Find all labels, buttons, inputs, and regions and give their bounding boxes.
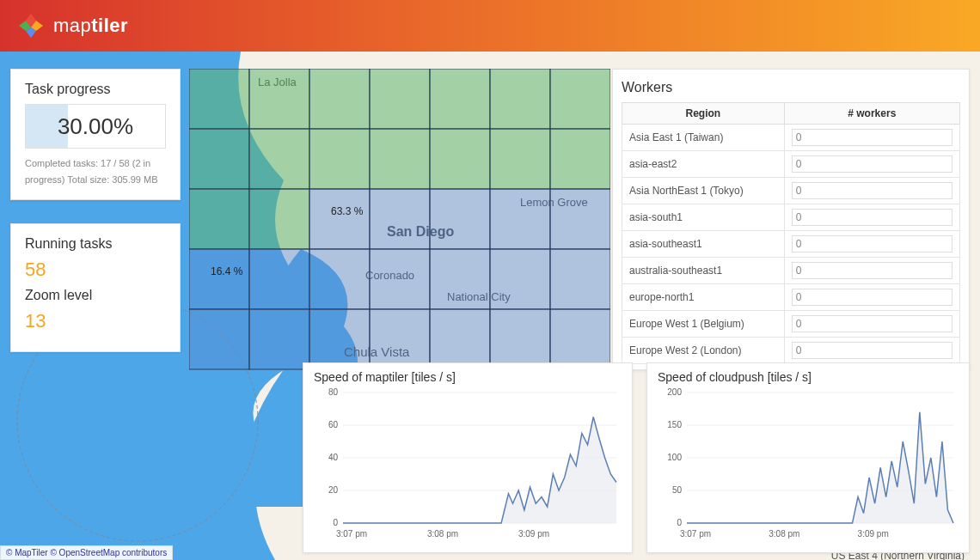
table-row: Asia NorthEast 1 (Tokyo): [622, 178, 960, 204]
region-cell: europe-north1: [622, 284, 785, 311]
svg-text:0: 0: [333, 518, 338, 527]
svg-rect-46: [550, 309, 610, 369]
svg-text:20: 20: [328, 485, 339, 495]
svg-rect-43: [370, 309, 430, 369]
table-row: Europe West 2 (London): [622, 338, 960, 364]
svg-rect-26: [189, 189, 249, 249]
svg-rect-13: [249, 69, 309, 129]
worker-count-input[interactable]: [792, 315, 952, 332]
region-cell: Asia East 1 (Taiwan): [622, 125, 785, 151]
svg-rect-42: [309, 309, 370, 369]
worker-count-input[interactable]: [792, 262, 952, 279]
svg-rect-19: [189, 129, 249, 189]
chart-cloudpush-speed: Speed of cloudpush [tiles / s] 050100150…: [646, 362, 970, 553]
table-row: asia-east2: [622, 151, 960, 178]
svg-rect-17: [490, 69, 550, 129]
svg-rect-21: [309, 129, 370, 189]
worker-count-input[interactable]: [792, 129, 952, 146]
svg-rect-24: [490, 129, 550, 189]
svg-text:3:08 pm: 3:08 pm: [427, 529, 458, 539]
svg-text:200: 200: [667, 387, 682, 397]
count-cell: [784, 151, 959, 178]
count-cell: [784, 204, 959, 231]
svg-rect-37: [430, 249, 490, 309]
map-attribution[interactable]: © MapTiler © OpenStreetMap contributors: [0, 545, 173, 560]
svg-rect-20: [249, 129, 309, 189]
count-cell: [784, 231, 959, 258]
svg-text:3:07 pm: 3:07 pm: [680, 529, 711, 539]
region-cell: asia-southeast1: [622, 231, 785, 258]
table-row: Asia East 1 (Taiwan): [622, 125, 960, 151]
svg-text:40: 40: [328, 453, 339, 462]
svg-rect-31: [490, 189, 550, 249]
svg-text:100: 100: [667, 453, 682, 462]
svg-rect-28: [309, 189, 370, 249]
count-cell: [784, 311, 959, 338]
table-row: Europe West 1 (Belgium): [622, 311, 960, 338]
svg-text:3:08 pm: 3:08 pm: [769, 529, 799, 539]
zoom-level-value: 13: [25, 310, 166, 332]
svg-rect-34: [249, 249, 309, 309]
task-progress-title: Task progress: [25, 82, 166, 97]
svg-rect-16: [430, 69, 490, 129]
worker-count-input[interactable]: [792, 182, 952, 199]
region-cell: Europe West 1 (Belgium): [622, 311, 785, 338]
chart-title: Speed of cloudpush [tiles / s]: [658, 370, 959, 384]
count-cell: [784, 178, 959, 204]
svg-text:3:09 pm: 3:09 pm: [518, 529, 549, 539]
worker-count-input[interactable]: [792, 155, 952, 173]
svg-rect-18: [550, 69, 610, 129]
tile-grid-overlay: 63.3 % 16.4 %: [189, 69, 610, 378]
svg-rect-36: [370, 249, 430, 309]
progress-percent: 30.00%: [26, 105, 165, 148]
header: maptiler: [0, 0, 980, 52]
table-row: asia-south1: [622, 204, 960, 231]
running-tasks-panel: Running tasks 58 Zoom level 13: [10, 223, 181, 352]
svg-rect-35: [309, 249, 370, 309]
svg-rect-15: [370, 69, 430, 129]
svg-rect-14: [309, 69, 370, 129]
svg-rect-30: [430, 189, 490, 249]
running-tasks-value: 58: [25, 259, 166, 281]
chart-maptiler-speed: Speed of maptiler [tiles / s] 0204060803…: [303, 362, 633, 553]
svg-text:3:09 pm: 3:09 pm: [858, 529, 889, 539]
task-progress-panel: Task progress 30.00% Completed tasks: 17…: [10, 69, 181, 200]
svg-rect-29: [370, 189, 430, 249]
worker-count-input[interactable]: [792, 289, 952, 306]
maptiler-logo-icon: [17, 12, 45, 40]
region-cell: asia-east2: [622, 151, 785, 178]
svg-text:63.3 %: 63.3 %: [331, 205, 364, 217]
chart-title: Speed of maptiler [tiles / s]: [314, 370, 622, 384]
col-region: Region: [622, 103, 785, 125]
svg-rect-33: [189, 249, 249, 309]
region-cell: Asia NorthEast 1 (Tokyo): [622, 178, 785, 204]
region-cell: australia-southeast1: [622, 258, 785, 284]
svg-rect-12: [189, 69, 249, 129]
svg-text:16.4 %: 16.4 %: [211, 265, 243, 277]
svg-text:80: 80: [328, 387, 339, 397]
svg-rect-38: [490, 249, 550, 309]
workers-title: Workers: [622, 80, 960, 95]
count-cell: [784, 258, 959, 284]
worker-count-input[interactable]: [792, 209, 952, 226]
count-cell: [784, 125, 959, 151]
svg-text:3:07 pm: 3:07 pm: [336, 529, 367, 539]
worker-count-input[interactable]: [792, 342, 952, 359]
chart-svg: 0204060803:07 pm3:08 pm3:09 pm: [314, 387, 622, 542]
svg-rect-22: [370, 129, 430, 189]
svg-text:0: 0: [677, 518, 682, 527]
region-cell: Europe West 2 (London): [622, 338, 785, 364]
brand-name: maptiler: [53, 15, 128, 37]
running-tasks-title: Running tasks: [25, 236, 166, 252]
table-row: europe-north1: [622, 284, 960, 311]
region-cell: asia-south1: [622, 204, 785, 231]
workers-table: Region # workers Asia East 1 (Taiwan) as…: [622, 102, 960, 364]
task-meta-text: Completed tasks: 17 / 58 (2 in progress)…: [25, 155, 166, 187]
worker-count-input[interactable]: [792, 235, 952, 253]
svg-rect-40: [189, 309, 249, 369]
table-row: australia-southeast1: [622, 258, 960, 284]
svg-rect-27: [249, 189, 309, 249]
brand-logo[interactable]: maptiler: [17, 12, 128, 40]
table-row: asia-southeast1: [622, 231, 960, 258]
task-progress-bar: 30.00%: [25, 104, 166, 149]
